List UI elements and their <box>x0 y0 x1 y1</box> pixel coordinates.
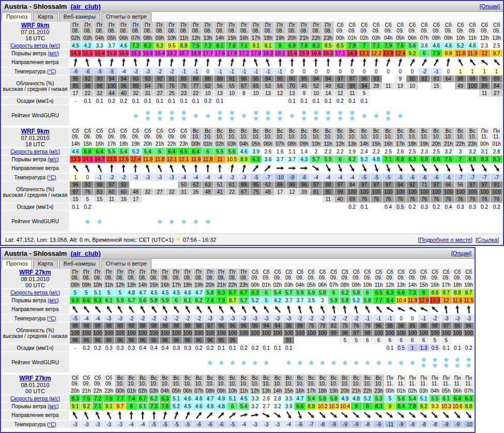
day-header-cell: Вс10. <box>467 128 479 141</box>
wind-direction-cell <box>182 304 194 315</box>
hour-header-cell: 17h <box>106 141 118 148</box>
cloud-mid-cell: 100 <box>171 330 182 337</box>
cloud-mid-cell: 100 <box>346 189 358 196</box>
wind-direction-arrow-icon <box>94 305 101 314</box>
wind-speed-cell: 5.9 <box>306 289 317 297</box>
wind-speed-link[interactable]: Скорость ветра (м/с) <box>10 396 60 401</box>
wind-gusts-link[interactable]: (м/с) <box>48 404 58 409</box>
wind-gusts-link[interactable]: (м/с) <box>48 51 58 56</box>
place-details-link[interactable]: [Подробнее о месте] <box>418 237 472 243</box>
cloud-low-cell: 9 <box>298 90 310 97</box>
rating-cell <box>406 105 418 126</box>
wind-direction-cell <box>346 163 358 174</box>
wind-direction-arrow-icon <box>409 58 416 67</box>
model-link[interactable]: WRF 9km <box>1 128 69 135</box>
temperature-cell: -3 <box>238 315 250 322</box>
wind-gusts-link[interactable]: (м/с) <box>48 157 58 162</box>
cloud-low-cell: 14 <box>323 90 334 97</box>
wind-speed-cell: 3.5 <box>283 395 295 403</box>
wind-speed-cell: 6.4 <box>166 148 178 156</box>
hour-header-cell: 04h <box>160 388 171 395</box>
wind-direction-arrow-icon <box>364 411 371 420</box>
page-title: Austria - Shlossalm <box>4 3 67 10</box>
hour-header-cell: 11h <box>178 35 190 42</box>
cloud-low-cell: 96 <box>70 337 81 344</box>
wind-gusts-link[interactable]: (м/с) <box>48 298 58 303</box>
day-header-cell: Вс10. <box>250 375 261 388</box>
wind-gust-cell: 18.3 <box>262 50 274 57</box>
cloud-high-cell: 66 <box>442 181 454 189</box>
rating-cell <box>142 211 154 232</box>
wind-speed-cell: 4.7 <box>138 289 149 297</box>
options-link[interactable]: [Опции] <box>451 250 471 256</box>
wind-gust-cell: 14.1 <box>82 156 94 163</box>
hour-header-cell: 20h <box>286 35 298 42</box>
wind-speed-link[interactable]: Скорость ветра (м/с) <box>10 290 60 296</box>
cloud-mid-cell: 65 <box>250 83 262 90</box>
wind-direction-cell <box>115 410 126 421</box>
wind-direction-cell <box>351 304 362 315</box>
cloud-mid-cell: 89 <box>130 83 142 90</box>
rating-star-icon: ★ <box>85 219 91 224</box>
hour-header-cell: 15h <box>371 141 383 148</box>
precipitation-cell: 0.1 <box>286 97 298 105</box>
cloud-mid-cell <box>442 83 454 90</box>
cloud-low-cell: 11 <box>323 196 334 203</box>
precipitation-cell: 0.1 <box>441 344 452 352</box>
tab-wind-reports[interactable]: Отчеты о ветре <box>101 259 151 269</box>
rating-cell <box>106 105 118 126</box>
model-link[interactable]: WRF 27km <box>1 375 69 382</box>
wind-speed-cell: 4.2 <box>82 42 94 50</box>
cloud-mid-cell: 53 <box>262 83 274 90</box>
tab-map[interactable]: Карта <box>33 12 57 22</box>
hour-header-cell: 11h <box>238 388 250 395</box>
day-header-cell: Вс10. <box>115 375 126 388</box>
model-link[interactable]: WRF 9km <box>1 22 69 29</box>
wind-gust-cell: 10.6 <box>452 403 464 410</box>
temperature-link[interactable]: (°C) <box>47 69 56 74</box>
wind-direction-arrow-icon <box>409 411 416 420</box>
model-link[interactable]: WRF 27km <box>1 269 69 276</box>
wind-direction-arrow-icon <box>84 164 91 173</box>
cloud-mid-cell: 100 <box>431 189 442 196</box>
spot-club-link[interactable]: (air_club) <box>70 3 101 10</box>
tab-map[interactable]: Карта <box>33 259 57 269</box>
hour-header-cell: 23h <box>178 141 190 148</box>
tab-webcams[interactable]: Веб-камеры <box>59 259 100 269</box>
wind-speed-cell: 4.6 <box>238 148 250 156</box>
tab-webcams[interactable]: Веб-камеры <box>59 12 100 22</box>
tab-wind-reports[interactable]: Отчеты о ветре <box>101 12 151 22</box>
rating-cell: ★ <box>166 211 178 232</box>
wind-direction-arrow-icon <box>192 164 200 173</box>
wind-speed-link[interactable]: Скорость ветра (м/с) <box>10 149 60 154</box>
wind-speed-cell: 2.8 <box>491 148 503 156</box>
share-link[interactable]: [Ссылка] <box>476 237 499 243</box>
row-label: Скорость ветра (м/с) <box>1 42 70 50</box>
hour-header-cell: 23h <box>373 388 385 395</box>
cloud-mid-cell: 98 <box>82 83 94 90</box>
day-header-cell: Сб09. <box>261 269 272 282</box>
precipitation-cell: 0.2 <box>193 344 205 352</box>
temperature-link[interactable]: (°C) <box>47 422 56 427</box>
rating-cell: ★ <box>371 105 383 126</box>
hour-header-cell: 03h <box>226 141 238 148</box>
tab-forecast[interactable]: Прогноз <box>2 259 32 269</box>
tab-forecast[interactable]: Прогноз <box>2 12 32 22</box>
wind-speed-cell: 4.7 <box>295 395 306 403</box>
wind-direction-cell <box>431 57 442 68</box>
cloud-high-cell: 98 <box>455 75 467 83</box>
precipitation-cell: 0.4 <box>383 203 394 211</box>
temperature-link[interactable]: (°C) <box>47 175 56 180</box>
cloud-mid-cell: 98 <box>362 330 374 337</box>
precipitation-cell <box>442 97 454 105</box>
options-link[interactable]: [Опции] <box>480 3 500 9</box>
wind-speed-link[interactable]: Скорость ветра (м/с) <box>10 43 60 49</box>
wind-direction-arrow-icon <box>445 164 452 173</box>
temperature-link[interactable]: (°C) <box>47 316 56 321</box>
spot-club-link[interactable]: (air_club) <box>70 250 101 257</box>
wind-direction-arrow-icon <box>493 58 500 67</box>
temperature-cell: -6 <box>82 68 94 75</box>
wind-speed-cell: 5.5 <box>430 395 441 403</box>
precipitation-cell: 0.2 <box>205 344 216 352</box>
wind-direction-arrow-icon <box>264 164 271 173</box>
